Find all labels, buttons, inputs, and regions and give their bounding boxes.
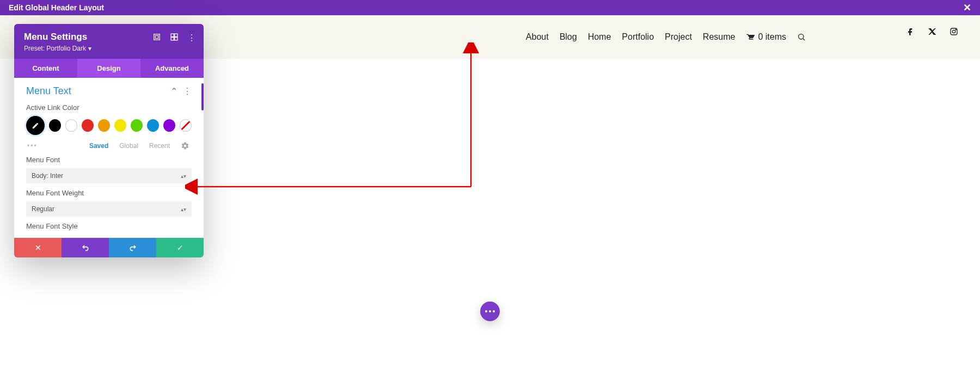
- nav-project[interactable]: Project: [665, 32, 692, 42]
- nav-resume[interactable]: Resume: [703, 32, 736, 42]
- active-link-color-label: Active Link Color: [26, 103, 192, 112]
- palette-tab-saved[interactable]: Saved: [89, 142, 108, 150]
- x-icon[interactable]: [928, 27, 936, 36]
- chevron-up-icon[interactable]: ⌃: [170, 86, 177, 96]
- menu-font-label: Menu Font: [26, 156, 192, 164]
- search-icon[interactable]: [797, 33, 806, 41]
- swatch-blue[interactable]: [147, 119, 159, 132]
- svg-rect-8: [175, 34, 177, 36]
- swatch-green[interactable]: [131, 119, 143, 132]
- kebab-icon[interactable]: ⋮: [183, 86, 192, 96]
- grid-icon[interactable]: [170, 33, 179, 43]
- palette-tab-recent[interactable]: Recent: [149, 142, 170, 150]
- panel-preset[interactable]: Preset: Portfolio Dark ▾: [24, 45, 194, 52]
- swatch-yellow[interactable]: [114, 119, 126, 132]
- svg-rect-7: [171, 34, 174, 36]
- panel-tabs: Content Design Advanced: [14, 59, 204, 78]
- expand-icon[interactable]: [152, 33, 161, 43]
- header-social: [906, 27, 958, 36]
- fab-more-button[interactable]: [480, 302, 500, 321]
- menu-font-weight-select[interactable]: Regular ▴▾: [26, 201, 192, 217]
- save-button[interactable]: ✓: [156, 238, 204, 257]
- redo-button[interactable]: [109, 238, 156, 257]
- swatch-white[interactable]: [65, 119, 77, 132]
- svg-rect-6: [155, 35, 158, 38]
- svg-rect-10: [175, 38, 177, 40]
- section-title[interactable]: Menu Text: [26, 85, 71, 97]
- top-bar-title: Edit Global Header Layout: [9, 3, 104, 12]
- palette-tabs: ••• Saved Global Recent: [26, 142, 192, 150]
- undo-button[interactable]: [62, 238, 109, 257]
- svg-point-0: [799, 34, 804, 39]
- svg-line-1: [803, 39, 805, 40]
- swatch-none[interactable]: [180, 119, 192, 132]
- select-chevron-icon: ▴▾: [181, 206, 186, 212]
- svg-rect-9: [171, 38, 174, 40]
- panel-footer: ✕ ✓: [14, 238, 204, 257]
- menu-font-select[interactable]: Body: Inter ▴▾: [26, 168, 192, 183]
- cancel-button[interactable]: ✕: [14, 238, 62, 257]
- facebook-icon[interactable]: [906, 27, 915, 36]
- chevron-down-icon: ▾: [88, 45, 91, 52]
- nav-about[interactable]: About: [526, 32, 549, 42]
- swatch-red[interactable]: [82, 119, 94, 132]
- swatch-orange[interactable]: [98, 119, 110, 132]
- header-nav: About Blog Home Portfolio Project Resume…: [526, 32, 806, 42]
- instagram-icon[interactable]: [950, 27, 958, 36]
- annotation-arrows: [185, 42, 490, 200]
- swatch-picker[interactable]: [26, 116, 45, 135]
- menu-font-style-label: Menu Font Style: [26, 222, 192, 230]
- panel-body: Menu Text ⌃ ⋮ Active Link Color: [14, 78, 204, 238]
- svg-point-3: [952, 30, 955, 33]
- tab-advanced[interactable]: Advanced: [140, 59, 204, 78]
- settings-panel: Menu Settings Preset: Portfolio Dark ▾ ⋮…: [14, 24, 204, 257]
- swatch-purple[interactable]: [163, 119, 175, 132]
- cart-icon: [746, 33, 755, 41]
- tab-content[interactable]: Content: [14, 59, 77, 78]
- nav-portfolio[interactable]: Portfolio: [622, 32, 654, 42]
- menu-font-weight-label: Menu Font Weight: [26, 189, 192, 197]
- close-icon[interactable]: ✕: [963, 2, 971, 14]
- kebab-icon[interactable]: ⋮: [187, 33, 196, 43]
- nav-blog[interactable]: Blog: [560, 32, 577, 42]
- top-bar: Edit Global Header Layout ✕: [0, 0, 980, 15]
- cart-text: 0 items: [758, 32, 786, 42]
- select-chevron-icon: ▴▾: [181, 173, 186, 179]
- cart-link[interactable]: 0 items: [746, 32, 786, 42]
- svg-rect-5: [154, 34, 160, 40]
- panel-header: Menu Settings Preset: Portfolio Dark ▾ ⋮: [14, 24, 204, 59]
- palette-tab-global[interactable]: Global: [119, 142, 138, 150]
- nav-home[interactable]: Home: [588, 32, 611, 42]
- more-dots-icon[interactable]: •••: [26, 142, 38, 150]
- tab-design[interactable]: Design: [77, 59, 140, 78]
- scrollbar[interactable]: [201, 83, 204, 110]
- swatch-black[interactable]: [49, 119, 61, 132]
- color-swatches: [26, 116, 192, 135]
- gear-icon[interactable]: [181, 142, 189, 150]
- svg-point-4: [955, 29, 956, 30]
